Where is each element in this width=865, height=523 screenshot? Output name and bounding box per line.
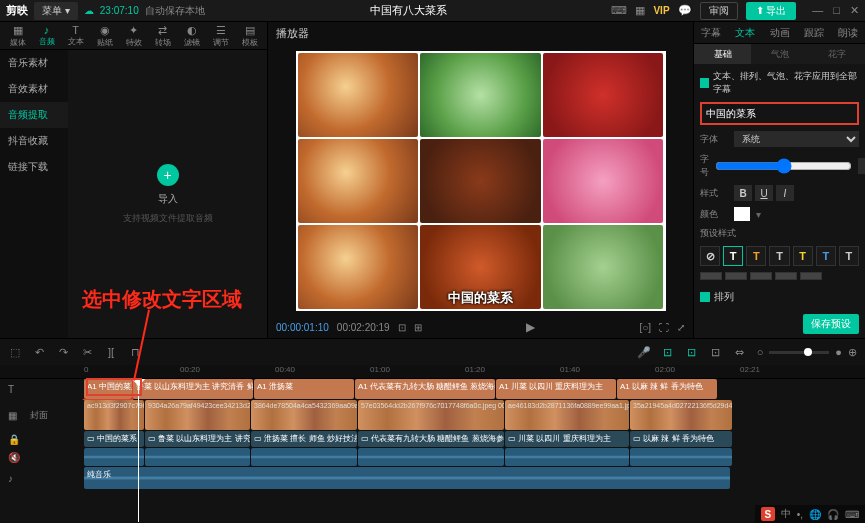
text-content-input[interactable]: 中国的菜系 xyxy=(700,102,859,125)
preset-none[interactable]: ⊘ xyxy=(700,246,720,266)
preset-11[interactable] xyxy=(800,272,822,280)
color-picker[interactable] xyxy=(734,207,750,221)
zoom-fit-icon[interactable]: ⊕ xyxy=(848,346,857,359)
review-button[interactable]: 审阅 xyxy=(700,2,738,20)
track-toggle-3[interactable]: ⊡ xyxy=(709,346,723,359)
timeline-clip[interactable]: 35a21945a4d02722136f5d29d40d94.jpeg xyxy=(630,400,732,430)
tab-transition[interactable]: ⇄转场 xyxy=(149,24,176,48)
timeline-clip[interactable] xyxy=(630,448,732,466)
preset-10[interactable] xyxy=(775,272,797,280)
mute-icon[interactable]: 🔇 xyxy=(8,452,20,463)
scale-icon[interactable]: ⛶ xyxy=(659,322,669,333)
music-track-icon[interactable]: ♪ xyxy=(8,473,13,484)
feedback-icon[interactable]: 💬 xyxy=(678,4,692,17)
rp-tab-anim[interactable]: 动画 xyxy=(762,22,796,43)
preset-3[interactable]: T xyxy=(769,246,789,266)
zoom-in-icon[interactable]: ● xyxy=(835,346,842,358)
playhead[interactable] xyxy=(138,379,139,522)
nav-extract[interactable]: 音频提取 xyxy=(0,102,68,128)
marker-icon[interactable]: ⊞ xyxy=(414,322,422,333)
rp-tab-text[interactable]: 文本 xyxy=(728,22,762,43)
italic-button[interactable]: I xyxy=(776,185,794,201)
timeline-clip[interactable]: ▭ 以麻 辣 鲜 香为特色 xyxy=(630,431,732,447)
vip-badge[interactable]: VIP xyxy=(653,5,669,16)
mic-icon[interactable]: 🎤 xyxy=(637,346,651,359)
cover-icon[interactable]: ▦ xyxy=(8,410,17,421)
preset-1[interactable]: T xyxy=(723,246,743,266)
tab-effect[interactable]: ✦特效 xyxy=(120,24,147,48)
tray-keyboard-icon[interactable]: ⌨ xyxy=(845,509,859,520)
layout-icon[interactable]: ▦ xyxy=(635,4,645,17)
shortcut-icon[interactable]: ⌨ xyxy=(611,4,627,17)
tab-sticker[interactable]: ◉贴纸 xyxy=(91,24,118,48)
menu-dropdown[interactable]: 菜单 ▾ xyxy=(34,2,78,20)
zoom-out-icon[interactable]: ○ xyxy=(757,346,764,358)
fullscreen-icon[interactable]: ⤢ xyxy=(677,322,685,333)
timeline-clip[interactable]: ae46183d2b2871136fa0889ee99aa1.jpeg 00:0… xyxy=(505,400,629,430)
timeline-clip[interactable] xyxy=(84,448,144,466)
minimize-icon[interactable]: — xyxy=(812,4,823,17)
save-preset-button[interactable]: 保存预设 xyxy=(803,314,859,334)
timeline-clip[interactable]: ▭ 中国的菜系 xyxy=(84,431,144,447)
tab-media[interactable]: ▦媒体 xyxy=(4,24,31,48)
tab-audio[interactable]: ♪音频 xyxy=(33,24,60,48)
preset-2[interactable]: T xyxy=(746,246,766,266)
timeline-clip[interactable] xyxy=(145,448,250,466)
timeline-clip[interactable] xyxy=(251,448,357,466)
nav-soundfx[interactable]: 音效素材 xyxy=(0,76,68,102)
preset-4[interactable]: T xyxy=(793,246,813,266)
rp-tab-subtitle[interactable]: 字幕 xyxy=(694,22,728,43)
track-toggle-1[interactable]: ⊡ xyxy=(661,346,675,359)
timeline-clip[interactable]: 57e03564dd2b267f976c7017748f6a0c.jpeg 00… xyxy=(358,400,504,430)
rp-subtab-fancy[interactable]: 花字 xyxy=(808,44,865,64)
prev-frame-icon[interactable]: ⊡ xyxy=(398,322,406,333)
tab-text[interactable]: T文本 xyxy=(62,24,89,48)
timeline-clip[interactable] xyxy=(505,448,629,466)
tray-icon[interactable]: •, xyxy=(797,509,803,520)
rp-subtab-bubble[interactable]: 气泡 xyxy=(751,44,808,64)
timeline-clip[interactable] xyxy=(358,448,504,466)
timeline-clip[interactable]: ▭ 代表菜有九转大肠 糖醋鲤鱼 葱烧海参 xyxy=(358,431,504,447)
timeline-clip[interactable]: 9304a26a79af49423cee34213d2c5f8.jpeg 00:… xyxy=(145,400,250,430)
underline-button[interactable]: U xyxy=(755,185,773,201)
timeline-clip[interactable]: A1 川菜 以四川 重庆料理为主 xyxy=(496,379,616,399)
font-select[interactable]: 系统 xyxy=(734,131,859,147)
timeline-clip[interactable]: ▭ 川菜 以四川 重庆料理为主 xyxy=(505,431,629,447)
zoom-slider[interactable] xyxy=(769,351,829,354)
maximize-icon[interactable]: □ xyxy=(833,4,840,17)
timeline-clip[interactable]: A1 淮扬菜 xyxy=(254,379,354,399)
timeline-ruler[interactable]: 0 00:20 00:40 01:00 01:20 01:40 02:00 02… xyxy=(0,365,865,379)
preset-7[interactable] xyxy=(700,272,722,280)
pointer-tool[interactable]: ⬚ xyxy=(8,346,22,359)
rp-tab-track[interactable]: 跟踪 xyxy=(797,22,831,43)
preset-9[interactable] xyxy=(750,272,772,280)
close-icon[interactable]: ✕ xyxy=(850,4,859,17)
timeline-clip[interactable]: ▭ 淮扬菜 擅长 师鱼 炒好技法 xyxy=(251,431,357,447)
preset-5[interactable]: T xyxy=(816,246,836,266)
music-clip[interactable]: 纯音乐 xyxy=(84,467,730,489)
timeline-clip[interactable]: ▭ 鲁菜 以山东料理为主 讲究清香 鲜嫩 味醇 xyxy=(145,431,250,447)
nav-link[interactable]: 链接下载 xyxy=(0,154,68,180)
preset-8[interactable] xyxy=(725,272,747,280)
redo-button[interactable]: ↷ xyxy=(56,346,70,359)
tray-headset-icon[interactable]: 🎧 xyxy=(827,509,839,520)
nav-music[interactable]: 音乐素材 xyxy=(0,50,68,76)
tray-globe-icon[interactable]: 🌐 xyxy=(809,509,821,520)
ratio-icon[interactable]: [○] xyxy=(639,322,651,333)
preview-canvas[interactable]: 中国的菜系 xyxy=(296,51,666,311)
timeline-clip[interactable]: ac913d3f2907c790d.jpeg 00:00:05:15 xyxy=(84,400,144,430)
play-button[interactable]: ▶ xyxy=(526,320,535,334)
rp-subtab-basic[interactable]: 基础 xyxy=(694,44,751,64)
size-slider[interactable] xyxy=(715,158,852,174)
preset-6[interactable]: T xyxy=(839,246,859,266)
link-icon[interactable]: ⇔ xyxy=(733,346,747,359)
export-button[interactable]: ⬆ 导出 xyxy=(746,2,797,20)
timeline-clip[interactable]: 3864de78504a4ca5432369aa09a0dc7c.jpeg 00… xyxy=(251,400,357,430)
track-toggle-2[interactable]: ⊡ xyxy=(685,346,699,359)
sogou-icon[interactable]: S xyxy=(761,507,775,521)
bracket-left-icon[interactable]: ][ xyxy=(104,346,118,358)
timeline-clip[interactable]: A1 代表菜有九转大肠 糖醋鲤鱼 葱烧海参 xyxy=(355,379,495,399)
timeline-clip[interactable]: A1 以麻 辣 鲜 香为特色 xyxy=(617,379,717,399)
split-button[interactable]: ✂ xyxy=(80,346,94,359)
arrange-checkbox[interactable] xyxy=(700,292,710,302)
